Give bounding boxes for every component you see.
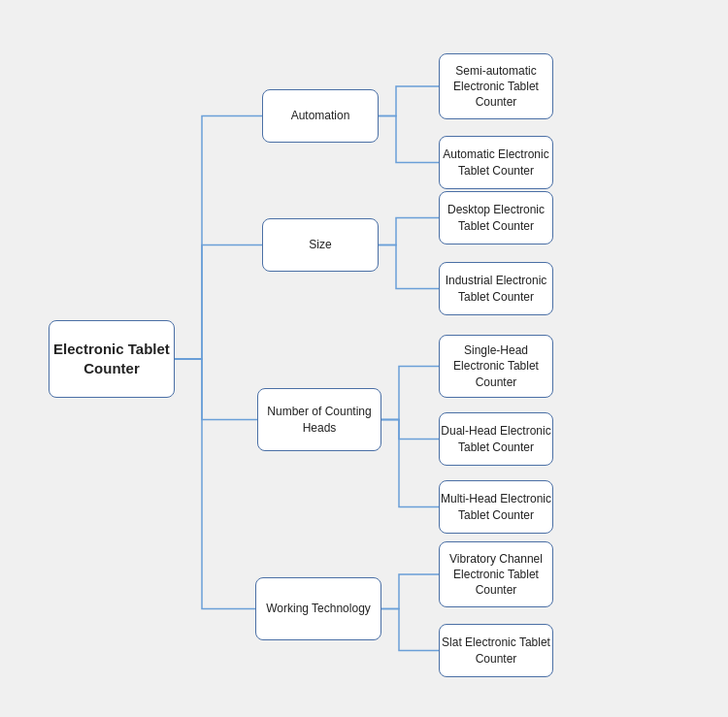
leaf-node-single-head: Single-Head Electronic Tablet Counter (439, 335, 553, 398)
leaf-node-multi-head: Multi-Head Electronic Tablet Counter (439, 480, 553, 534)
leaf-node-slat: Slat Electronic Tablet Counter (439, 624, 553, 677)
leaf-node-desktop: Desktop Electronic Tablet Counter (439, 191, 553, 244)
leaf-node-dual-head: Dual-Head Electronic Tablet Counter (439, 412, 553, 466)
root-node: Electronic Tablet Counter (49, 320, 175, 398)
mid-node-automation: Automation (262, 89, 379, 143)
mid-node-working-tech: Working Technology (255, 577, 381, 640)
leaf-node-vibratory: Vibratory Channel Electronic Tablet Coun… (439, 541, 553, 607)
mid-node-size: Size (262, 218, 379, 272)
leaf-node-semi-auto: Semi-automatic Electronic Tablet Counter (439, 53, 553, 119)
mid-node-counting-heads: Number of Counting Heads (257, 388, 381, 451)
diagram: Electronic Tablet CounterAutomationSizeN… (0, 0, 728, 717)
leaf-node-auto: Automatic Electronic Tablet Counter (439, 136, 553, 189)
leaf-node-industrial: Industrial Electronic Tablet Counter (439, 262, 553, 315)
